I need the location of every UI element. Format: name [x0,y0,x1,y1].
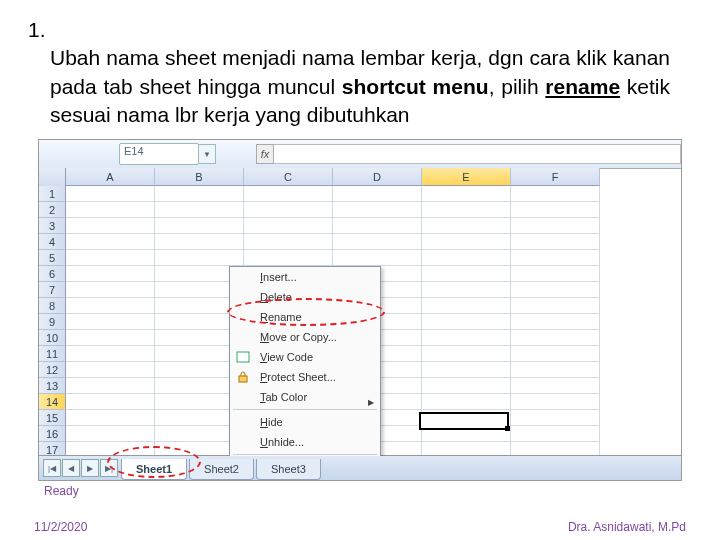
row-header-4[interactable]: 4 [39,234,66,250]
col-header-B[interactable]: B [155,168,244,186]
cell[interactable] [66,378,155,394]
row-header-17[interactable]: 17 [39,442,66,456]
cell[interactable] [333,186,422,202]
cell[interactable] [511,186,600,202]
cell[interactable] [511,298,600,314]
row-header-11[interactable]: 11 [39,346,66,362]
cell[interactable] [422,362,511,378]
cell[interactable] [422,282,511,298]
menu-item-protect-sheet-[interactable]: Protect Sheet... [230,367,380,387]
menu-item-unhide-[interactable]: Unhide... [230,432,380,452]
menu-item-tab-color[interactable]: Tab Color▶ [230,387,380,407]
name-box[interactable]: E14 [119,143,199,165]
cell[interactable] [66,330,155,346]
sheet-nav-button[interactable]: ▶ [81,459,99,477]
row-header-2[interactable]: 2 [39,202,66,218]
cell[interactable] [511,394,600,410]
cell[interactable] [422,378,511,394]
row-header-12[interactable]: 12 [39,362,66,378]
cell[interactable] [66,314,155,330]
cell[interactable] [155,202,244,218]
cell[interactable] [155,186,244,202]
cell[interactable] [66,266,155,282]
row-header-16[interactable]: 16 [39,426,66,442]
row-header-3[interactable]: 3 [39,218,66,234]
cell[interactable] [422,442,511,456]
cell[interactable] [155,234,244,250]
cell[interactable] [155,218,244,234]
cell[interactable] [422,346,511,362]
row-header-13[interactable]: 13 [39,378,66,394]
cell[interactable] [66,346,155,362]
sheet-tab-sheet3[interactable]: Sheet3 [256,459,321,480]
row-header-15[interactable]: 15 [39,410,66,426]
menu-item-rename[interactable]: Rename [230,307,380,327]
menu-item-view-code[interactable]: View Code [230,347,380,367]
row-header-6[interactable]: 6 [39,266,66,282]
cell[interactable] [511,218,600,234]
cell[interactable] [66,234,155,250]
cell[interactable] [244,218,333,234]
cell[interactable] [66,218,155,234]
cell[interactable] [422,330,511,346]
row-header-9[interactable]: 9 [39,314,66,330]
menu-item-insert-[interactable]: Insert... [230,267,380,287]
cell[interactable] [511,346,600,362]
sheet-nav-button[interactable]: ▶| [100,459,118,477]
sheet-nav-button[interactable]: ◀ [62,459,80,477]
cell[interactable] [333,234,422,250]
col-header-E[interactable]: E [422,168,511,186]
cell[interactable] [66,282,155,298]
sheet-nav-button[interactable]: |◀ [43,459,61,477]
row-header-10[interactable]: 10 [39,330,66,346]
sheet-tab-sheet2[interactable]: Sheet2 [189,459,254,480]
cell[interactable] [422,234,511,250]
cell[interactable] [422,186,511,202]
cell[interactable] [66,426,155,442]
cell[interactable] [511,314,600,330]
fx-button[interactable]: fx [256,144,274,164]
menu-item-move-or-copy-[interactable]: Move or Copy... [230,327,380,347]
col-header-A[interactable]: A [66,168,155,186]
cell[interactable] [66,186,155,202]
cell[interactable] [422,314,511,330]
cell[interactable] [511,442,600,456]
cell[interactable] [66,394,155,410]
cell[interactable] [422,266,511,282]
menu-item-delete[interactable]: Delete [230,287,380,307]
cell[interactable] [511,250,600,266]
name-box-dropdown[interactable]: ▼ [199,144,216,164]
row-header-8[interactable]: 8 [39,298,66,314]
active-cell[interactable] [419,412,509,430]
cell[interactable] [66,298,155,314]
cell[interactable] [244,250,333,266]
cell[interactable] [422,202,511,218]
cell[interactable] [66,202,155,218]
cell[interactable] [511,282,600,298]
cell[interactable] [511,362,600,378]
cell[interactable] [66,442,155,456]
cell[interactable] [244,234,333,250]
cell[interactable] [422,394,511,410]
cell[interactable] [244,186,333,202]
row-header-5[interactable]: 5 [39,250,66,266]
cell[interactable] [511,266,600,282]
cell[interactable] [422,218,511,234]
cell[interactable] [333,218,422,234]
row-header-7[interactable]: 7 [39,282,66,298]
cell[interactable] [422,298,511,314]
cell[interactable] [511,330,600,346]
cell[interactable] [333,250,422,266]
select-all[interactable] [39,168,66,187]
row-header-1[interactable]: 1 [39,186,66,202]
cell[interactable] [244,202,333,218]
cell[interactable] [333,202,422,218]
formula-input[interactable] [274,144,681,164]
cell[interactable] [66,250,155,266]
col-header-D[interactable]: D [333,168,422,186]
cell[interactable] [511,410,600,426]
col-header-F[interactable]: F [511,168,600,186]
col-header-C[interactable]: C [244,168,333,186]
cell[interactable] [422,250,511,266]
cell[interactable] [66,362,155,378]
